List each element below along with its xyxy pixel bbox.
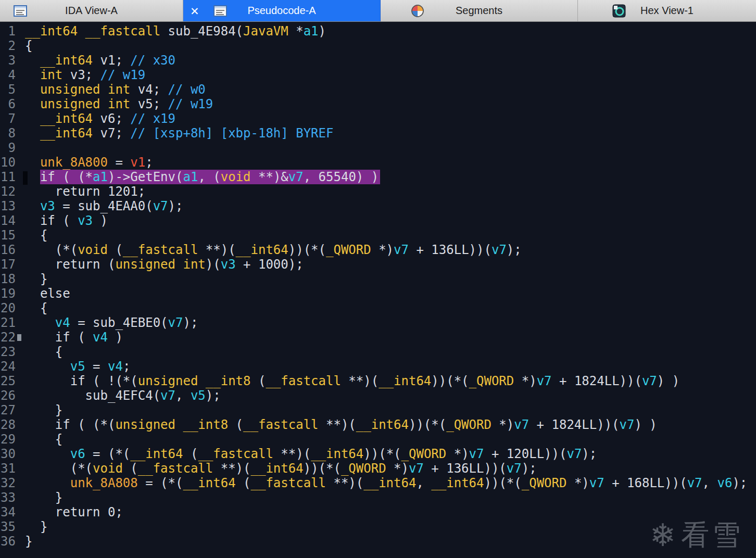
code-token bbox=[25, 53, 40, 68]
code-token: ) bbox=[319, 24, 326, 39]
code-token: v3 bbox=[221, 257, 236, 272]
code-line[interactable]: 3 __int64 v1; // x30 bbox=[0, 53, 756, 68]
code-line[interactable]: 15 { bbox=[0, 228, 756, 243]
code-token: + 1824LL))( bbox=[529, 417, 619, 432]
code-token bbox=[25, 199, 40, 213]
code-line[interactable]: 21 v4 = sub_4EBE0(v7); bbox=[0, 315, 756, 330]
code-token: unk_8A808 bbox=[70, 476, 138, 490]
code-token: sub_4EFC4( bbox=[25, 388, 160, 403]
code-line[interactable]: 6 unsigned int v5; // w19 bbox=[0, 97, 756, 111]
code-line[interactable]: 8 __int64 v7; // [xsp+8h] [xbp-18h] BYRE… bbox=[0, 126, 756, 141]
code-line[interactable]: 33 } bbox=[0, 490, 756, 505]
code-line[interactable]: 14 if ( v3 ) bbox=[0, 213, 756, 228]
code-token: v7; bbox=[93, 126, 130, 141]
code-token: __int64 bbox=[431, 476, 484, 490]
code-line[interactable]: 29 { bbox=[0, 432, 756, 447]
code-token: unsigned __int8 bbox=[138, 374, 251, 388]
code-token: *) bbox=[386, 461, 409, 476]
code-token: v1; bbox=[93, 53, 130, 68]
code-token: a1 bbox=[183, 170, 198, 184]
tab-ida-view-a[interactable]: IDA View-A bbox=[0, 0, 183, 21]
code-token: * bbox=[288, 24, 304, 39]
code-token bbox=[78, 24, 85, 39]
tab-pseudocode-a[interactable]: ✕ Pseudocode-A bbox=[183, 0, 381, 21]
code-token: v3 bbox=[40, 199, 55, 213]
code-line[interactable]: 30 v6 = (*(__int64 (__fastcall **)(__int… bbox=[0, 447, 756, 461]
code-token: _QWORD bbox=[469, 374, 514, 388]
code-token: else bbox=[25, 286, 70, 301]
pseudocode-view[interactable]: 1__int64 __fastcall sub_4E984(JavaVM *a1… bbox=[0, 22, 756, 549]
code-line[interactable]: 19 else bbox=[0, 286, 756, 301]
line-number: 36 bbox=[0, 534, 16, 549]
code-line[interactable]: 13 v3 = sub_4EAA0(v7); bbox=[0, 199, 756, 213]
code-token: v7 bbox=[288, 170, 304, 184]
code-line[interactable]: 32 unk_8A808 = (*(__int64 (__fastcall **… bbox=[0, 476, 756, 490]
code-line[interactable]: 22 if ( v4 ) bbox=[0, 330, 756, 345]
tab-segments[interactable]: Segments bbox=[381, 0, 578, 21]
code-line[interactable]: 4 int v3; // w19 bbox=[0, 68, 756, 82]
code-token: // w0 bbox=[168, 82, 206, 97]
tab-hex-view-1[interactable]: Hex View-1 bbox=[578, 0, 756, 21]
code-token: v7 bbox=[160, 388, 175, 403]
code-line[interactable]: 10 unk_8A800 = v1; bbox=[0, 155, 756, 170]
code-line[interactable]: 11 if ( (*a1)->GetEnv(a1, (void **)&v7, … bbox=[0, 170, 756, 184]
code-line[interactable]: 23 { bbox=[0, 345, 756, 359]
code-line[interactable]: 12 return 1201; bbox=[0, 184, 756, 199]
code-line[interactable]: 27 } bbox=[0, 403, 756, 417]
code-line[interactable]: 25 if ( !(*(unsigned __int8 (__fastcall … bbox=[0, 374, 756, 388]
code-line[interactable]: 34 return 0; bbox=[0, 505, 756, 519]
code-token: v7 bbox=[469, 447, 484, 461]
code-token: ) ) bbox=[634, 417, 657, 432]
text-caret bbox=[23, 171, 28, 185]
code-token: __fastcall bbox=[85, 24, 161, 39]
code-token: ) bbox=[93, 213, 108, 228]
code-token: if ( (*( bbox=[25, 417, 115, 432]
code-token: if ( bbox=[25, 330, 93, 345]
code-token: int bbox=[40, 68, 62, 82]
line-number: 29 bbox=[0, 432, 16, 447]
code-line[interactable]: 9 bbox=[0, 141, 756, 155]
code-token: v7 bbox=[168, 315, 183, 330]
code-line[interactable]: 5 unsigned int v4; // w0 bbox=[0, 82, 756, 97]
code-token: v7 bbox=[620, 417, 635, 432]
code-token: __fastcall bbox=[138, 461, 213, 476]
code-line[interactable]: 17 return (unsigned int)(v3 + 1000); bbox=[0, 257, 756, 272]
code-line[interactable]: 7 __int64 v6; // x19 bbox=[0, 111, 756, 126]
code-token: v4 bbox=[55, 315, 70, 330]
line-number: 24 bbox=[0, 359, 16, 374]
code-token: } bbox=[25, 519, 47, 534]
code-token: *) bbox=[446, 447, 469, 461]
line-number: 2 bbox=[0, 39, 16, 53]
code-line[interactable]: 28 if ( (*(unsigned __int8 (__fastcall *… bbox=[0, 417, 756, 432]
code-line[interactable]: 2{ bbox=[0, 39, 756, 53]
code-token: // w19 bbox=[168, 97, 213, 111]
segments-icon bbox=[411, 4, 424, 18]
code-token: ( bbox=[251, 374, 266, 388]
code-line[interactable]: 36} bbox=[0, 534, 756, 549]
code-token bbox=[25, 476, 70, 490]
code-token: + 136LL))( bbox=[409, 243, 492, 257]
code-line[interactable]: 16 (*(void (__fastcall **)(__int64))(*(_… bbox=[0, 243, 756, 257]
code-line[interactable]: 18 } bbox=[0, 272, 756, 286]
code-token: ))(*( bbox=[409, 417, 446, 432]
code-token: v6 bbox=[70, 447, 85, 461]
code-line[interactable]: 24 v5 = v4; bbox=[0, 359, 756, 374]
code-token: ( bbox=[183, 447, 198, 461]
code-line[interactable]: 26 sub_4EFC4(v7, v5); bbox=[0, 388, 756, 403]
line-number: 28 bbox=[0, 417, 16, 432]
code-token: { bbox=[25, 345, 62, 359]
code-token: __int64 bbox=[363, 476, 416, 490]
code-token: unk_8A800 bbox=[40, 155, 108, 170]
code-line[interactable]: 31 (*(void (__fastcall **)(__int64))(*(_… bbox=[0, 461, 756, 476]
close-icon[interactable]: ✕ bbox=[190, 5, 199, 16]
code-line[interactable]: 20 { bbox=[0, 301, 756, 315]
code-token: __fastcall bbox=[266, 374, 341, 388]
code-line[interactable]: 1__int64 __fastcall sub_4E984(JavaVM *a1… bbox=[0, 24, 756, 39]
code-token: __int64 bbox=[40, 53, 93, 68]
code-token: ); bbox=[582, 447, 597, 461]
code-token: { bbox=[25, 432, 62, 447]
code-token: **)( bbox=[326, 476, 363, 490]
code-token: v7 bbox=[566, 447, 582, 461]
code-token: ; bbox=[145, 155, 153, 170]
code-line[interactable]: 35 } bbox=[0, 519, 756, 534]
